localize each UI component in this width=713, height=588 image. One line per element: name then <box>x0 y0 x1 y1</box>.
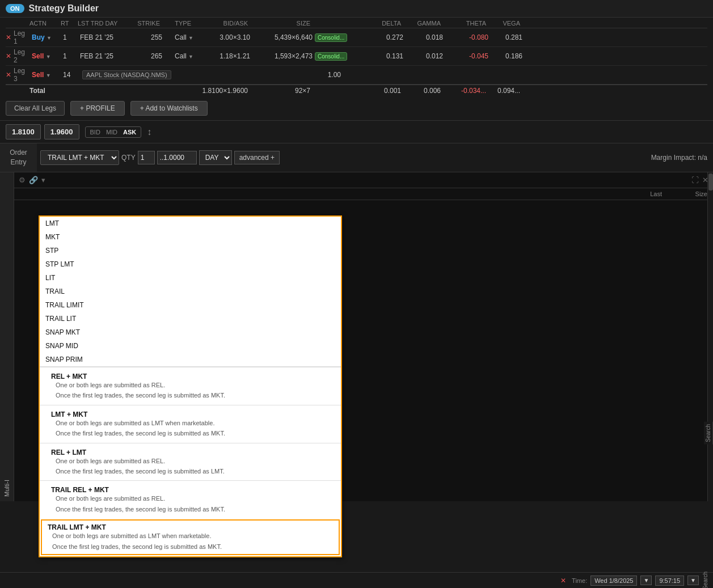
tif-select[interactable]: DAY <box>199 150 232 165</box>
dropdown-rel-lmt-desc2: Once the first leg trades, the second le… <box>45 467 335 477</box>
dropdown-stp[interactable]: STP <box>40 244 341 257</box>
consolidate-btn-2[interactable]: Consolid... <box>315 52 347 61</box>
action-dropdown-1[interactable]: ▼ <box>47 35 52 41</box>
col-header-size: SIZE <box>248 20 310 27</box>
on-toggle[interactable]: ON <box>6 4 24 13</box>
dropdown-lmt-mkt-group: LMT + MKT One or both legs are submitted… <box>40 405 341 443</box>
order-type-dropdown: LMT MKT STP STP LMT LIT TRAIL TRAIL LIMI… <box>39 215 342 557</box>
buttons-row: Clear All Legs + PROFILE + Add to Watchl… <box>0 96 713 121</box>
remove-leg-3[interactable]: ✕ <box>6 71 11 79</box>
col-last: Last <box>20 191 662 197</box>
date-arrow[interactable]: ▼ <box>640 576 652 585</box>
dropdown-snap-prim[interactable]: SNAP PRIM <box>40 353 341 366</box>
dropdown-lmt-mkt-desc1: One or both legs are submitted as LMT wh… <box>45 419 335 429</box>
time-arrow[interactable]: ▼ <box>687 576 699 585</box>
watchlist-button[interactable]: + Add to Watchlists <box>130 101 208 116</box>
price-row: 1.8100 1.9600 BID MID ASK ↕ <box>0 121 713 143</box>
footer-close[interactable]: ✕ <box>560 577 566 585</box>
dropdown-snap-mkt[interactable]: SNAP MKT <box>40 325 341 339</box>
gear-icon[interactable]: ⚙ <box>19 176 26 184</box>
dropdown-rel-lmt-title[interactable]: REL + LMT <box>45 446 335 457</box>
multi-i-label[interactable]: Multi-I <box>0 172 14 501</box>
action-sell-2[interactable]: Sell <box>32 52 44 60</box>
type-dropdown-2[interactable]: ▼ <box>188 54 193 60</box>
margin-impact: Margin Impact: n/a <box>646 150 713 165</box>
leg-label-3: Leg 3 <box>14 67 29 83</box>
dropdown-lit[interactable]: LIT <box>40 271 341 285</box>
col-header-vega: VEGA <box>486 20 520 27</box>
dropdown-trail-lit[interactable]: TRAIL LIT <box>40 312 341 325</box>
leg-label-2: Leg 2 <box>14 48 29 64</box>
dropdown-rel-lmt-desc1: One or both legs are submitted as REL. <box>45 457 335 467</box>
col-header-gamma: GAMMA <box>401 20 441 27</box>
price-labels: BID MID ASK <box>85 126 142 138</box>
qty-input[interactable] <box>138 151 155 164</box>
col-size: Size <box>662 191 707 197</box>
col-header-type: TYPE <box>160 20 191 27</box>
qty-label: QTY <box>121 154 136 162</box>
dropdown-stp-lmt[interactable]: STP LMT <box>40 257 341 271</box>
table-area: ACTN RT LST TRD DAY STRIKE TYPE BID/ASK … <box>0 18 713 96</box>
profile-button[interactable]: + PROFILE <box>70 101 125 116</box>
time-display: 9:57:15 <box>655 576 684 586</box>
table-row: ✕ Leg 1 Buy ▼ 1 FEB 21 '25 255 Call ▼ 3.… <box>6 28 707 47</box>
dropdown-lmt[interactable]: LMT <box>40 217 341 230</box>
ask-price: 1.9600 <box>44 124 79 139</box>
dropdown-mkt[interactable]: MKT <box>40 230 341 244</box>
bid-price: 1.8100 <box>6 124 41 139</box>
order-controls: TRAIL LMT + MKT QTY DAY advanced + <box>37 147 646 168</box>
dropdown-trail-lmt-mkt-title[interactable]: TRAIL LMT + MKT <box>42 521 339 532</box>
dropdown-lmt-mkt-title[interactable]: LMT + MKT <box>45 408 335 419</box>
consolidate-btn-1[interactable]: Consolid... <box>315 33 347 42</box>
table-row: ✕ Leg 3 Sell ▼ 14 AAPL Stock (NASDAQ.NMS… <box>6 66 707 84</box>
col-header-delta: DELTA <box>361 20 401 27</box>
clear-all-button[interactable]: Clear All Legs <box>6 101 65 116</box>
dropdown-trail-rel-mkt-group: TRAIL REL + MKT One or both legs are sub… <box>40 480 341 518</box>
dropdown-rel-mkt-desc2: Once the first leg trades, the second le… <box>45 391 335 401</box>
col-header-actn: ACTN <box>29 20 61 27</box>
footer-search[interactable]: Search <box>702 572 708 588</box>
advanced-button[interactable]: advanced + <box>234 151 280 164</box>
order-type-select[interactable]: TRAIL LMT + MKT <box>40 150 119 165</box>
search-label[interactable]: Search <box>704 422 713 445</box>
table-row: ✕ Leg 2 Sell ▼ 1 FEB 21 '25 265 Call ▼ 1… <box>6 47 707 66</box>
scrollbar[interactable] <box>707 172 713 501</box>
remove-leg-2[interactable]: ✕ <box>6 52 11 60</box>
chevron-down-icon[interactable]: ▾ <box>41 176 45 184</box>
total-row: Total 1.8100×1.9600 92×7 0.001 0.006 -0.… <box>6 84 707 96</box>
dropdown-rel-lmt-group: REL + LMT One or both legs are submitted… <box>40 443 341 481</box>
order-entry-row: OrderEntry TRAIL LMT + MKT QTY DAY advan… <box>0 143 713 172</box>
dropdown-trail[interactable]: TRAIL <box>40 285 341 298</box>
expand-icon[interactable]: ⛶ <box>691 176 699 184</box>
dropdown-trail-rel-mkt-desc2: Once the first leg trades, the second le… <box>45 505 335 515</box>
strategy-header: ON Strategy Builder <box>0 0 713 18</box>
panel-columns: Last Size <box>14 188 713 200</box>
action-sell-3[interactable]: Sell <box>32 71 44 79</box>
action-buy-1[interactable]: Buy <box>32 33 45 41</box>
type-dropdown-1[interactable]: ▼ <box>188 35 193 41</box>
remove-leg-1[interactable]: ✕ <box>6 33 11 41</box>
leg-label-1: Leg 1 <box>14 29 29 45</box>
col-header-date: LST TRD DAY <box>78 20 129 27</box>
dropdown-rel-mkt-title[interactable]: REL + MKT <box>45 370 335 381</box>
action-dropdown-3[interactable]: ▼ <box>46 73 51 78</box>
dropdown-trail-limit[interactable]: TRAIL LIMIT <box>40 298 341 312</box>
dropdown-trail-lmt-mkt-group-highlight: TRAIL LMT + MKT One or both legs are sub… <box>41 519 340 555</box>
dropdown-trail-lmt-mkt-desc2: Once the first leg trades, the second le… <box>42 543 339 554</box>
link-icon[interactable]: 🔗 <box>29 176 38 184</box>
ask-label[interactable]: ASK <box>123 129 136 136</box>
col-header-rt: RT <box>61 20 78 27</box>
mid-label[interactable]: MID <box>106 129 117 136</box>
action-dropdown-2[interactable]: ▼ <box>46 54 51 60</box>
table-headers: ACTN RT LST TRD DAY STRIKE TYPE BID/ASK … <box>6 18 707 28</box>
footer: ✕ Time: Wed 1/8/2025 ▼ 9:57:15 ▼ Search <box>0 572 713 588</box>
time-label: Time: <box>572 577 587 584</box>
bid-label[interactable]: BID <box>90 129 100 136</box>
dropdown-snap-mid[interactable]: SNAP MID <box>40 339 341 353</box>
page-title: Strategy Builder <box>29 3 99 14</box>
dropdown-trail-rel-mkt-title[interactable]: TRAIL REL + MKT <box>45 484 335 494</box>
price-input[interactable] <box>157 151 197 164</box>
date-display[interactable]: Wed 1/8/2025 <box>590 576 637 586</box>
col-header-theta: THETA <box>441 20 486 27</box>
dropdown-trail-rel-mkt-desc1: One or both legs are submitted as REL. <box>45 494 335 505</box>
